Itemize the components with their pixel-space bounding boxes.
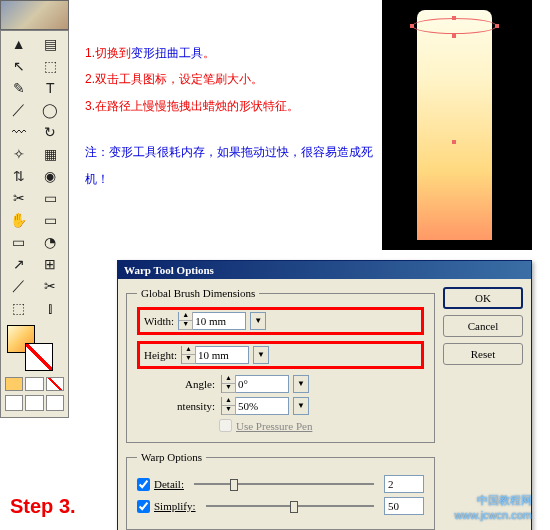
tool-button[interactable]: ▭ bbox=[3, 231, 35, 253]
tool-button[interactable]: ◯ bbox=[35, 99, 67, 121]
spin-down-icon[interactable]: ▼ bbox=[222, 406, 235, 415]
color-mode-row bbox=[5, 377, 64, 391]
tool-button[interactable]: ↻ bbox=[35, 121, 67, 143]
simplify-slider[interactable] bbox=[206, 499, 374, 513]
tool-button[interactable]: ⊞ bbox=[35, 253, 67, 275]
ok-button[interactable]: OK bbox=[443, 287, 523, 309]
watermark: 中国教程网 www.jcwcn.com bbox=[454, 493, 532, 522]
tool-button[interactable]: ⫿ bbox=[35, 297, 67, 319]
dropdown-icon[interactable]: ▼ bbox=[253, 346, 269, 364]
screen-mode-b[interactable] bbox=[25, 395, 43, 411]
simplify-label: Simplify: bbox=[154, 500, 196, 512]
color-mode-gradient[interactable] bbox=[25, 377, 43, 391]
group-legend: Warp Options bbox=[137, 451, 206, 463]
screen-mode-row bbox=[5, 395, 64, 411]
spin-down-icon[interactable]: ▼ bbox=[179, 321, 192, 330]
width-label: Width: bbox=[144, 315, 174, 327]
global-brush-dimensions-group: Global Brush Dimensions Width: ▲▼ ▼ Heig… bbox=[126, 287, 435, 443]
tool-button[interactable]: ⬚ bbox=[35, 55, 67, 77]
toolbox-panel: ▲▤↖⬚✎T／◯〰↻✧▦⇅◉✂▭✋▭▭◔↗⊞／✂⬚⫿ bbox=[0, 30, 69, 418]
tool-button[interactable]: ✎ bbox=[3, 77, 35, 99]
tool-button[interactable]: ▲ bbox=[3, 33, 35, 55]
tool-button[interactable]: ⬚ bbox=[3, 297, 35, 319]
angle-label: Angle: bbox=[137, 378, 215, 390]
angle-input[interactable]: ▲▼ bbox=[221, 375, 289, 393]
tool-button[interactable]: ⇅ bbox=[3, 165, 35, 187]
anchor-point bbox=[410, 24, 414, 28]
tool-button[interactable]: ／ bbox=[3, 99, 35, 121]
dropdown-icon[interactable]: ▼ bbox=[293, 397, 309, 415]
tool-button[interactable]: ▦ bbox=[35, 143, 67, 165]
warp-path bbox=[412, 18, 497, 34]
tool-button[interactable]: 〰 bbox=[3, 121, 35, 143]
spin-down-icon[interactable]: ▼ bbox=[222, 384, 235, 393]
cancel-button[interactable]: Cancel bbox=[443, 315, 523, 337]
width-highlight: Width: ▲▼ ▼ bbox=[137, 307, 424, 335]
spin-down-icon[interactable]: ▼ bbox=[182, 355, 195, 364]
tool-button[interactable]: ◉ bbox=[35, 165, 67, 187]
color-mode-solid[interactable] bbox=[5, 377, 23, 391]
intensity-label: ntensity: bbox=[137, 400, 215, 412]
warp-tool-options-dialog: Warp Tool Options Global Brush Dimension… bbox=[117, 260, 532, 530]
tool-button[interactable]: ✂ bbox=[3, 187, 35, 209]
color-swatch-area[interactable] bbox=[5, 323, 64, 373]
group-legend: Global Brush Dimensions bbox=[137, 287, 259, 299]
height-highlight: Height: ▲▼ ▼ bbox=[137, 341, 424, 369]
screen-mode-a[interactable] bbox=[5, 395, 23, 411]
tool-button[interactable]: ▤ bbox=[35, 33, 67, 55]
simplify-checkbox[interactable] bbox=[137, 500, 150, 513]
stroke-swatch-none[interactable] bbox=[25, 343, 53, 371]
anchor-point bbox=[452, 140, 456, 144]
intensity-field[interactable] bbox=[236, 400, 284, 412]
tool-button[interactable]: ✋ bbox=[3, 209, 35, 231]
angle-field[interactable] bbox=[236, 378, 284, 390]
screen-mode-c[interactable] bbox=[46, 395, 64, 411]
tool-button[interactable]: T bbox=[35, 77, 67, 99]
dialog-titlebar[interactable]: Warp Tool Options bbox=[118, 261, 531, 279]
detail-value[interactable] bbox=[384, 475, 424, 493]
intensity-input[interactable]: ▲▼ bbox=[221, 397, 289, 415]
anchor-point bbox=[452, 34, 456, 38]
detail-label: Detail: bbox=[154, 478, 184, 490]
dropdown-icon[interactable]: ▼ bbox=[293, 375, 309, 393]
width-field[interactable] bbox=[193, 315, 241, 327]
dropdown-icon[interactable]: ▼ bbox=[250, 312, 266, 330]
simplify-value[interactable] bbox=[384, 497, 424, 515]
header-thumbnail bbox=[0, 0, 69, 30]
height-input[interactable]: ▲▼ bbox=[181, 346, 249, 364]
pressure-pen-checkbox bbox=[219, 419, 232, 432]
detail-checkbox[interactable] bbox=[137, 478, 150, 491]
step-label: Step 3. bbox=[10, 495, 76, 518]
anchor-point bbox=[495, 24, 499, 28]
anchor-point bbox=[452, 16, 456, 20]
tool-button[interactable]: ↗ bbox=[3, 253, 35, 275]
tool-button[interactable]: ✂ bbox=[35, 275, 67, 297]
instruction-text: 1.切换到变形扭曲工具。 2.双击工具图标，设定笔刷大小。 3.在路径上慢慢拖拽… bbox=[85, 40, 385, 192]
width-input[interactable]: ▲▼ bbox=[178, 312, 246, 330]
reset-button[interactable]: Reset bbox=[443, 343, 523, 365]
height-label: Height: bbox=[144, 349, 177, 361]
tool-button[interactable]: ／ bbox=[3, 275, 35, 297]
pressure-pen-label: Use Pressure Pen bbox=[236, 420, 312, 432]
tool-button[interactable]: ▭ bbox=[35, 209, 67, 231]
warp-options-group: Warp Options Detail: Simplify: bbox=[126, 451, 435, 530]
detail-slider[interactable] bbox=[194, 477, 374, 491]
color-mode-none[interactable] bbox=[46, 377, 64, 391]
tool-button[interactable]: ▭ bbox=[35, 187, 67, 209]
canvas-preview bbox=[382, 0, 532, 250]
tool-button[interactable]: ✧ bbox=[3, 143, 35, 165]
tool-button[interactable]: ◔ bbox=[35, 231, 67, 253]
candle-shape bbox=[417, 10, 492, 240]
height-field[interactable] bbox=[196, 349, 244, 361]
tool-button[interactable]: ↖ bbox=[3, 55, 35, 77]
